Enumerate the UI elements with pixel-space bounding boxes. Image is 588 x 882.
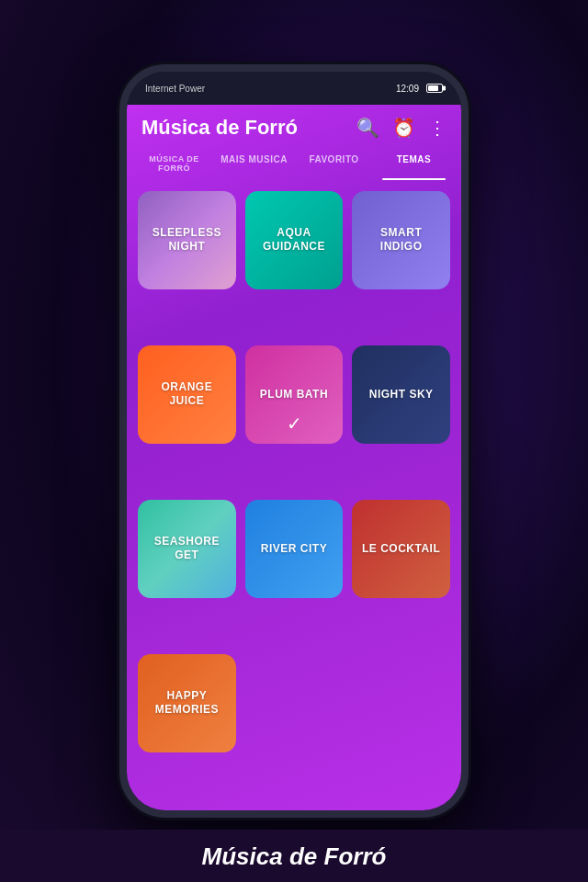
battery-icon bbox=[426, 84, 443, 93]
status-right: 12:09 bbox=[396, 84, 443, 94]
theme-seashore-get[interactable]: SEASHOREGET bbox=[138, 500, 236, 598]
more-icon[interactable]: ⋮ bbox=[428, 117, 447, 139]
bottom-app-title: Música de Forró bbox=[0, 830, 588, 882]
theme-label-smart-indigo: SMARTINDIGO bbox=[380, 226, 423, 254]
tab-mais[interactable]: MAIS MUSICA bbox=[214, 147, 294, 180]
theme-river-city[interactable]: RIVER CITY bbox=[245, 500, 344, 598]
theme-night-sky[interactable]: NIGHT SKY bbox=[352, 345, 450, 444]
app-screen: Música de Forró 🔍 ⏰ ⋮ MÚSICA DEFORRÓ MAI… bbox=[127, 105, 461, 810]
theme-orange-juice[interactable]: ORANGEJUICE bbox=[138, 345, 236, 444]
tabs-bar: MÚSICA DEFORRÓ MAIS MUSICA FAVORITO TEMA… bbox=[127, 147, 461, 180]
tab-forro[interactable]: MÚSICA DEFORRÓ bbox=[134, 147, 214, 180]
theme-label-orange-juice: ORANGEJUICE bbox=[161, 380, 212, 409]
theme-smart-indigo[interactable]: SMARTINDIGO bbox=[352, 191, 450, 289]
theme-label-happy-memories: HAPPYMEMORIES bbox=[155, 689, 219, 718]
app-header: Música de Forró 🔍 ⏰ ⋮ bbox=[127, 105, 461, 147]
themes-grid: SLEEPLESSNIGHT AQUAGUIDANCE SMARTINDIGO … bbox=[127, 184, 461, 810]
theme-le-cocktail[interactable]: LE COCKTAIL bbox=[352, 500, 450, 598]
theme-happy-memories[interactable]: HAPPYMEMORIES bbox=[138, 654, 236, 752]
theme-sleepless-night[interactable]: SLEEPLESSNIGHT bbox=[138, 191, 236, 289]
theme-label-river-city: RIVER CITY bbox=[261, 542, 327, 557]
theme-label-sleepless: SLEEPLESSNIGHT bbox=[153, 226, 221, 254]
carrier-text: Internet Power bbox=[145, 84, 205, 94]
app-title: Música de Forró bbox=[141, 116, 298, 140]
theme-label-seashore: SEASHOREGET bbox=[154, 535, 220, 563]
theme-label-plum-bath: PLUM BATH bbox=[260, 388, 328, 402]
header-icons: 🔍 ⏰ ⋮ bbox=[356, 117, 447, 139]
time-text: 12:09 bbox=[396, 84, 419, 94]
theme-label-le-cocktail: LE COCKTAIL bbox=[362, 542, 440, 557]
phone-frame: Internet Power 12:09 Música de Forró 🔍 ⏰… bbox=[119, 64, 469, 818]
theme-label-night-sky: NIGHT SKY bbox=[369, 388, 434, 402]
theme-aqua-guidance[interactable]: AQUAGUIDANCE bbox=[245, 191, 344, 289]
phone-notch bbox=[248, 72, 340, 92]
selected-checkmark: ✓ bbox=[287, 413, 302, 435]
theme-label-aqua: AQUAGUIDANCE bbox=[263, 226, 325, 254]
tab-temas[interactable]: TEMAS bbox=[374, 147, 454, 180]
tab-favorito[interactable]: FAVORITO bbox=[294, 147, 374, 180]
status-bar: Internet Power 12:09 bbox=[127, 72, 461, 105]
theme-plum-bath[interactable]: PLUM BATH ✓ bbox=[245, 345, 344, 444]
search-icon[interactable]: 🔍 bbox=[356, 117, 379, 139]
alarm-icon[interactable]: ⏰ bbox=[392, 117, 415, 139]
